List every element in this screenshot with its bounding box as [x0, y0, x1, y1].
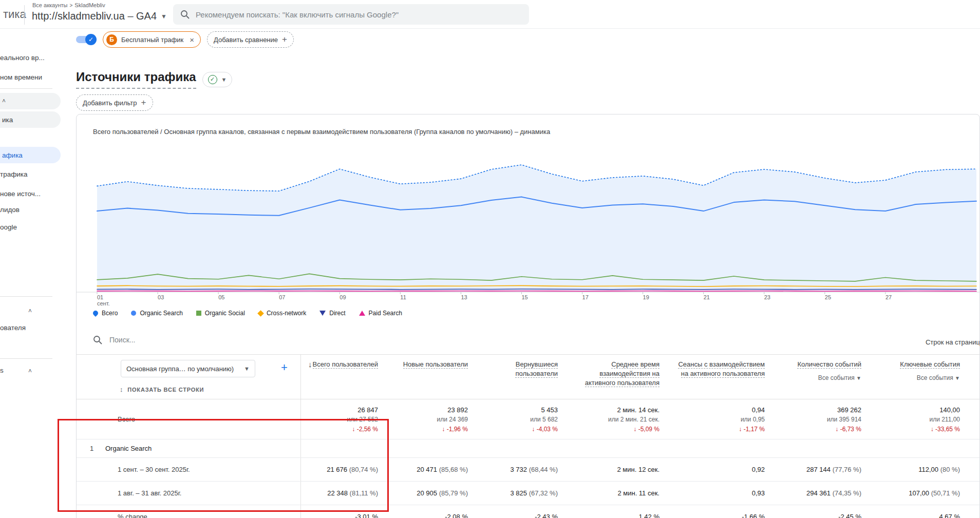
sidebar-item-realtime-pages[interactable]: ном времени — [0, 73, 42, 81]
global-search[interactable] — [173, 4, 529, 25]
sidebar-item-user[interactable]: ователя — [0, 324, 26, 332]
sidebar-item-realtime-overview[interactable]: еального вр... — [0, 54, 45, 62]
breadcrumb-chevron-icon: > — [70, 3, 73, 8]
sidebar-divider — [0, 296, 52, 297]
chevron-up-icon[interactable]: ˄ — [28, 368, 32, 375]
chevron-down-icon: ▼ — [856, 375, 861, 381]
comparison-toggle[interactable]: ✓ — [76, 34, 97, 45]
table-row-period-august[interactable]: 1 авг. – 31 авг. 2025г. 22 348 (81,11 %)… — [77, 482, 980, 505]
sidebar-section-collapse[interactable]: ˄ — [0, 93, 61, 109]
change-label: % change — [77, 513, 147, 518]
period-label-cell: 1 сент. – 30 сент. 2025г. — [77, 458, 301, 481]
add-filter-label: Добавить фильтр — [83, 99, 137, 107]
sidebar-item-label: афика — [2, 151, 23, 159]
table-search[interactable] — [93, 335, 263, 344]
search-icon — [180, 10, 190, 19]
column-header-event-count[interactable]: Количество событий Все события ▼ — [777, 355, 874, 399]
app-bar: тика Все аккаунты > SkladMebliv http://s… — [0, 0, 980, 29]
legend-item-direct[interactable]: Direct — [319, 310, 345, 317]
chevron-down-icon: ▼ — [221, 76, 227, 83]
table-search-input[interactable] — [109, 336, 263, 344]
breadcrumb-root[interactable]: Все аккаунты — [32, 2, 68, 8]
table-toolbar: Строк на странице — [77, 330, 980, 355]
square-icon — [196, 311, 201, 316]
property-selector[interactable]: http://skladmebliv.ua – GA4 ▼ — [32, 10, 167, 22]
sidebar-item-source-based[interactable]: нове источ... — [0, 190, 41, 198]
sidebar-item-leads[interactable]: лидов — [0, 206, 20, 214]
x-tick-label: 07 — [279, 294, 285, 300]
sidebar-item-traffic-acquisition-active[interactable]: афика — [0, 147, 61, 163]
sidebar-item-s[interactable]: s — [0, 367, 4, 374]
breadcrumb-account[interactable]: SkladMebliv — [74, 2, 105, 8]
legend-label: Cross-network — [267, 310, 306, 317]
period-label: 1 сент. – 30 сент. 2025г. — [77, 466, 190, 473]
triangle-down-icon — [319, 311, 326, 316]
change-cell: -1,66 % — [672, 505, 777, 518]
check-circle-icon: ✓ — [208, 75, 217, 84]
remove-segment-icon[interactable]: × — [187, 35, 194, 44]
sidebar-divider — [0, 358, 52, 359]
analytics-logo-fragment: тика — [3, 8, 26, 21]
add-comparison-label: Добавить сравнение — [214, 36, 278, 44]
pin-icon — [92, 310, 99, 317]
change-cell: -2,43 % — [480, 505, 570, 518]
sidebar-item-user-acquisition[interactable]: трафика — [0, 170, 28, 178]
column-header-engaged-sessions[interactable]: Сеансы с взаимодействием на активного по… — [672, 355, 777, 399]
trend-line-chart[interactable] — [77, 139, 980, 294]
show-all-rows-label: ПОКАЗАТЬ ВСЕ СТРОКИ — [127, 387, 204, 393]
chevron-up-icon[interactable]: ˄ — [28, 308, 32, 315]
add-dimension-button[interactable]: + — [281, 362, 288, 373]
change-cell: -2,08 % — [390, 505, 480, 518]
chart-legend: Всего Organic Search Organic Social Cros… — [93, 310, 402, 317]
x-tick-label: 21 — [704, 294, 710, 300]
metric-cell: 22 348 (81,11 %) — [301, 482, 390, 505]
chart-title: Всего пользователей / Основная группа ка… — [93, 128, 550, 136]
add-filter-button[interactable]: Добавить фильтр + — [76, 94, 153, 111]
breadcrumb[interactable]: Все аккаунты > SkladMebliv — [32, 2, 105, 8]
table-group-row-organic-search[interactable]: 1 Organic Search — [77, 439, 980, 458]
key-event-filter-dropdown[interactable]: Все события ▼ — [874, 373, 960, 383]
global-search-input[interactable] — [196, 10, 504, 19]
x-tick-label: 03 — [158, 294, 164, 300]
show-all-rows-button[interactable]: ↕ ПОКАЗАТЬ ВСЕ СТРОКИ — [120, 386, 204, 393]
add-comparison-button[interactable]: Добавить сравнение + — [207, 31, 294, 48]
legend-item-organic-social[interactable]: Organic Social — [196, 310, 245, 317]
column-header-avg-engagement-time[interactable]: Среднее время взаимодействия на активног… — [570, 355, 672, 399]
legend-item-paid-search[interactable]: Paid Search — [359, 310, 402, 317]
period-label-cell: 1 авг. – 31 авг. 2025г. — [77, 482, 301, 505]
segment-badge-icon: Б — [106, 34, 117, 45]
legend-item-cross-network[interactable]: Cross-network — [258, 310, 306, 317]
sidebar-item-overview[interactable]: ика — [0, 111, 61, 128]
metric-cell: 0,92 — [672, 458, 777, 481]
sidebar-item-google[interactable]: oogle — [0, 223, 17, 231]
column-header-returning-users[interactable]: Вернувшиеся пользователи — [480, 355, 570, 399]
table-row-period-september[interactable]: 1 сент. – 30 сент. 2025г. 21 676 (80,74 … — [77, 458, 980, 482]
chevron-up-icon: ˄ — [2, 98, 6, 105]
change-cell: -2,45 % — [777, 505, 874, 518]
report-status-dropdown[interactable]: ✓ ▼ — [202, 72, 233, 87]
metric-cell: 3 732 (68,44 %) — [480, 458, 570, 481]
legend-label: Direct — [329, 310, 345, 317]
metric-cell: 21 676 (80,74 %) — [301, 458, 390, 481]
totals-label: Всего — [77, 415, 135, 423]
chart-x-axis: 01сент.03050709111315171921232527 — [77, 294, 980, 311]
legend-label: Paid Search — [369, 310, 402, 317]
metric-cell: 107,00 (50,71 %) — [874, 482, 980, 505]
event-filter-dropdown[interactable]: Все события ▼ — [777, 373, 861, 383]
legend-item-organic-search[interactable]: Organic Search — [131, 310, 182, 317]
x-tick-label: 27 — [885, 294, 892, 300]
column-header-new-users[interactable]: Новые пользователи — [390, 355, 480, 399]
property-title: http://skladmebliv.ua – GA4 — [32, 10, 157, 22]
legend-item-total[interactable]: Всего — [93, 310, 118, 317]
sort-descending-icon[interactable]: ↓ — [308, 360, 312, 369]
column-header-key-events[interactable]: Ключевые события Все события ▼ — [874, 355, 980, 399]
report-title-row: Источники трафика ✓ ▼ — [76, 70, 232, 89]
totals-label-cell: Всего — [77, 399, 301, 439]
plus-icon: + — [282, 34, 287, 45]
row-number: 1 — [90, 445, 93, 452]
dimension-dropdown[interactable]: Основная группа… по умолчанию) ▼ — [121, 360, 255, 377]
legend-label: Organic Search — [140, 310, 182, 317]
column-header-total-users[interactable]: ↓ Всего пользователей — [301, 355, 390, 399]
segment-chip-free-traffic[interactable]: Б Бесплатный трафик × — [103, 31, 201, 48]
plus-icon: + — [141, 98, 146, 108]
